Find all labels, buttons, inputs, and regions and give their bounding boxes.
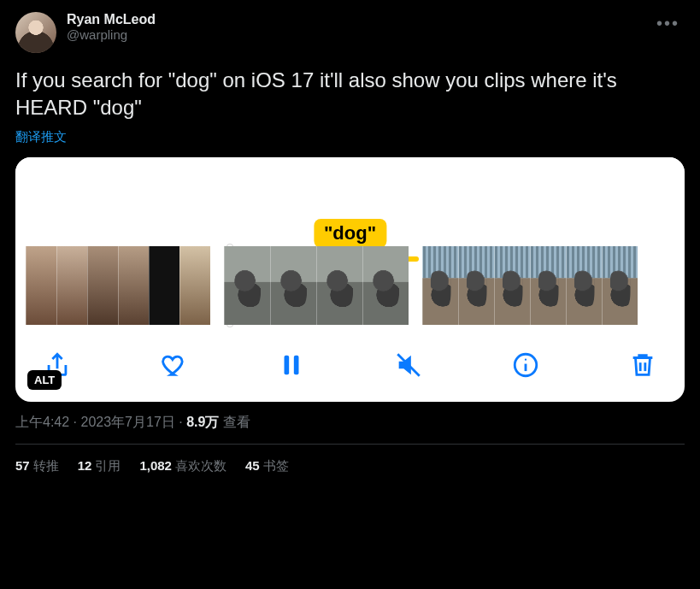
tweet-header: Ryan McLeod @warpling ••• (15, 12, 685, 53)
svg-rect-0 (285, 355, 290, 374)
likes[interactable]: 1,082喜欢次数 (139, 458, 226, 474)
heart-icon[interactable] (156, 347, 192, 383)
mute-icon[interactable] (391, 347, 426, 383)
views-count[interactable]: 8.9万 (186, 415, 219, 429)
media-toolbar (15, 332, 685, 402)
clip-group-1[interactable] (26, 246, 210, 325)
author-block: Ryan McLeod @warpling (67, 12, 651, 42)
clip-thumb[interactable] (458, 246, 494, 325)
clip-thumb[interactable] (118, 246, 149, 325)
tweet-text: If you search for "dog" on iOS 17 it'll … (15, 67, 685, 122)
bookmarks[interactable]: 45书签 (245, 458, 289, 474)
pause-icon[interactable] (274, 347, 309, 383)
media-card[interactable]: "dog" (15, 157, 685, 402)
clip-thumb[interactable] (602, 246, 638, 325)
caption-bubble: "dog" (314, 219, 386, 248)
clip-group-2[interactable] (224, 246, 409, 325)
clip-thumb[interactable] (224, 246, 270, 325)
clip-thumb[interactable] (87, 246, 118, 325)
quotes[interactable]: 12引用 (78, 458, 121, 474)
clip-thumb[interactable] (26, 246, 56, 325)
clip-thumb[interactable] (494, 246, 530, 325)
avatar[interactable] (15, 12, 56, 53)
clip-thumb[interactable] (316, 246, 362, 325)
clip-thumb[interactable] (149, 246, 179, 325)
tweet-meta: 上午4:42 · 2023年7月17日 · 8.9万 查看 (15, 414, 685, 432)
more-icon[interactable]: ••• (651, 12, 685, 35)
svg-point-5 (525, 358, 526, 360)
clip-thumb[interactable] (270, 246, 316, 325)
time[interactable]: 上午4:42 (15, 415, 69, 429)
clip-thumb[interactable] (422, 246, 458, 325)
clip-thumb[interactable] (362, 246, 409, 325)
author-handle[interactable]: @warpling (67, 27, 651, 42)
alt-badge[interactable]: ALT (27, 370, 62, 390)
author-name[interactable]: Ryan McLeod (67, 12, 651, 27)
translate-link[interactable]: 翻译推文 (15, 129, 685, 145)
clip-thumb[interactable] (530, 246, 566, 325)
date[interactable]: 2023年7月17日 (80, 415, 174, 429)
svg-rect-1 (294, 355, 299, 374)
clip-thumb[interactable] (56, 246, 87, 325)
tweet-stats: 57转推 12引用 1,082喜欢次数 45书签 (15, 445, 685, 474)
timeline-strip[interactable] (15, 246, 685, 332)
clip-thumb[interactable] (566, 246, 602, 325)
clip-thumb[interactable] (179, 246, 210, 325)
media-top: "dog" (15, 157, 685, 246)
views-label: 查看 (219, 415, 250, 429)
tweet: Ryan McLeod @warpling ••• If you search … (0, 0, 700, 474)
clip-group-3[interactable] (422, 246, 638, 325)
info-icon[interactable] (508, 347, 544, 383)
retweets[interactable]: 57转推 (15, 458, 59, 474)
trash-icon[interactable] (625, 347, 661, 383)
